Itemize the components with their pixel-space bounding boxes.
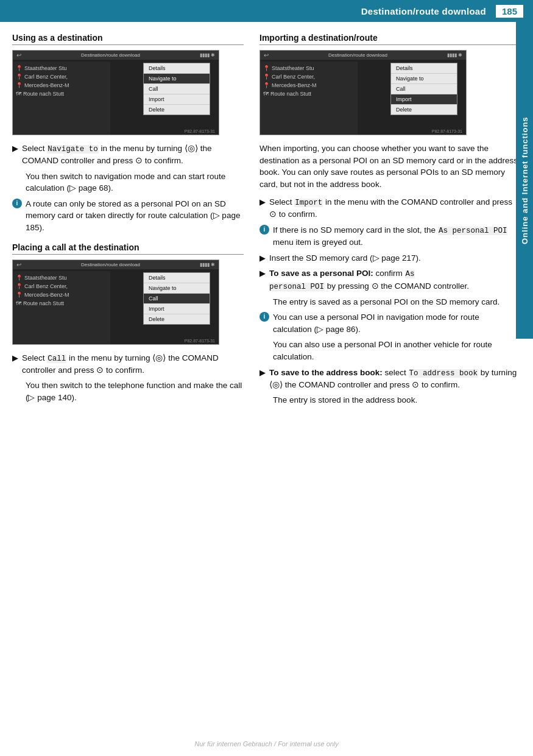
device-body-3: 📍Staatstheater Stu 📍Carl Benz Center, 📍M…: [260, 62, 466, 135]
code-import: Import: [294, 199, 323, 207]
pin-icon: 📍: [16, 292, 23, 298]
page-header: Destination/route download 185: [0, 0, 533, 22]
list-item: 🗺Route nach Stutt: [13, 299, 110, 308]
arrow-icon-6: ▶: [259, 367, 266, 391]
page-number: 185: [496, 5, 523, 18]
menu-item-delete: Delete: [144, 105, 210, 115]
device-mockup-1: ↩ Destination/route download ▮▮▮▮ ✱ 📍Sta…: [12, 50, 219, 135]
bullet-navigate-text: Select Navigate to in the menu by turnin…: [22, 143, 244, 167]
menu-item-delete-3: Delete: [391, 105, 457, 115]
device-back-arrow-1: ↩: [16, 52, 21, 58]
device-header-title-2: Destination/route download: [81, 262, 140, 267]
device-mockup-2: ↩ Destination/route download ▮▮▮▮ ✱ 📍Sta…: [12, 260, 219, 345]
route-icon: 🗺: [16, 300, 21, 306]
list-item: 📍Carl Benz Center,: [13, 72, 110, 81]
bullets-import: ▶ Select Import in the menu with the COM…: [259, 196, 518, 406]
bullet-insert-sd: ▶ Insert the SD memory card (▷ page 217)…: [259, 252, 518, 264]
indent-save-poi: The entry is saved as a personal POI on …: [259, 296, 518, 308]
menu-item-navigate-2: Navigate to: [144, 283, 210, 294]
info-use-poi: i You can use a personal POI in navigati…: [259, 311, 518, 335]
menu-item-import: Import: [144, 94, 210, 105]
bullet-call-text: Select Call in the menu by turning ⟨◎⟩ t…: [22, 352, 244, 376]
menu-item-details: Details: [144, 63, 210, 74]
device-header-1: ↩ Destination/route download ▮▮▮▮ ✱: [13, 51, 219, 60]
device-header-3: ↩ Destination/route download ▮▮▮▮ ✱: [260, 51, 466, 60]
left-column: Using as a destination ↩ Destination/rou…: [12, 33, 256, 412]
device-list-3: 📍Staatstheater Stu 📍Carl Benz Center, 📍M…: [260, 62, 358, 135]
bullet-import-select: ▶ Select Import in the menu with the COM…: [259, 196, 518, 221]
device-menu-1: Details Navigate to Call Import Delete: [143, 63, 210, 115]
bullet-save-address: ▶ To save to the address book: select To…: [259, 367, 518, 391]
pin-icon: 📍: [16, 65, 23, 71]
menu-item-navigate: Navigate to: [144, 74, 210, 84]
info-icon-2: i: [259, 225, 269, 235]
device-menu-3: Details Navigate to Call Import Delete: [390, 63, 457, 115]
device-body-2: 📍Staatstheater Stu 📍Carl Benz Center, 📍M…: [13, 271, 219, 344]
section-using-heading: Using as a destination: [12, 33, 244, 45]
list-item: 📍Staatstheater Stu: [13, 274, 110, 282]
menu-item-details-3: Details: [391, 63, 457, 74]
device-list-1: 📍Staatstheater Stu 📍Carl Benz Center, 📍M…: [13, 62, 110, 135]
device-menu-2: Details Navigate to Call Import Delete: [143, 272, 210, 325]
menu-item-call-2: Call: [144, 294, 210, 304]
page-title: Destination/route download: [10, 6, 496, 16]
device-footer-2: P82.87-8173-31: [185, 339, 215, 343]
pin-icon: 📍: [16, 275, 23, 281]
device-mockup-3: ↩ Destination/route download ▮▮▮▮ ✱ 📍Sta…: [259, 50, 467, 135]
info-icon-3: i: [259, 312, 269, 322]
device-back-arrow-3: ↩: [264, 52, 269, 58]
device-list-2: 📍Staatstheater Stu 📍Carl Benz Center, 📍M…: [13, 271, 110, 344]
arrow-icon-3: ▶: [259, 197, 266, 221]
device-footer-3: P82.87-8173-31: [432, 129, 462, 133]
bullet-import-text: Select Import in the menu with the COMAN…: [269, 196, 518, 221]
menu-item-details-2: Details: [144, 273, 210, 283]
list-item: 📍Carl Benz Center,: [13, 282, 110, 291]
bullets-section1: ▶ Select Navigate to in the menu by turn…: [12, 143, 244, 234]
sidebar-label: Online and Internet functions: [516, 22, 533, 339]
bullet-save-poi-text: To save as a personal POI: confirm Asper…: [269, 267, 518, 292]
menu-item-navigate-3: Navigate to: [391, 74, 457, 84]
list-item: 🗺Route nach Stutt: [260, 90, 358, 98]
code-to-address: To address book: [409, 369, 479, 378]
menu-item-call: Call: [144, 84, 210, 94]
device-header-title-3: Destination/route download: [328, 52, 387, 58]
indent-stored: The entry is stored in the address book.: [259, 394, 518, 406]
route-icon: 🗺: [16, 91, 21, 97]
list-item: 📍Carl Benz Center,: [260, 72, 358, 81]
arrow-icon-1: ▶: [12, 143, 18, 167]
code-as-personal: As personal POI: [438, 227, 508, 235]
device-header-icons-2: ▮▮▮▮ ✱: [200, 262, 215, 267]
indent-another-vehicle: You can also use a personal POI in anoth…: [259, 339, 518, 362]
info-icon-1: i: [12, 199, 22, 208]
device-back-arrow-2: ↩: [16, 261, 21, 268]
bullet-call: ▶ Select Call in the menu by turning ⟨◎⟩…: [12, 352, 244, 376]
pin-icon: 📍: [263, 82, 270, 88]
device-header-icons-1: ▮▮▮▮ ✱: [200, 52, 215, 58]
right-column: Importing a destination/route ↩ Destinat…: [256, 33, 518, 412]
device-footer-1: P82.87-8173-31: [185, 129, 215, 133]
info-text-1: A route can only be stored as a personal…: [26, 198, 244, 234]
pin-icon: 📍: [16, 283, 23, 289]
section-import-heading: Importing a destination/route: [259, 33, 518, 45]
list-item: 📍Staatstheater Stu: [260, 64, 358, 72]
list-item: 📍Staatstheater Stu: [13, 64, 110, 72]
device-header-2: ↩ Destination/route download ▮▮▮▮ ✱: [13, 260, 219, 269]
indent-call: You then switch to the telephone functio…: [12, 380, 244, 403]
bullet-save-poi: ▶ To save as a personal POI: confirm Asp…: [259, 267, 518, 292]
pin-icon: 📍: [16, 82, 23, 88]
device-header-title-1: Destination/route download: [81, 52, 140, 58]
bold-save-poi: To save as a personal POI:: [269, 269, 373, 278]
route-icon: 🗺: [263, 91, 269, 97]
page-footer: Nur für internen Gebrauch / For internal…: [0, 740, 533, 747]
device-body-1: 📍Staatstheater Stu 📍Carl Benz Center, 📍M…: [13, 62, 219, 135]
bold-save-address: To save to the address book:: [269, 368, 383, 377]
list-item: 📍Mercedes-Benz-M: [13, 81, 110, 90]
pin-icon: 📍: [16, 74, 23, 80]
menu-item-call-3: Call: [391, 84, 457, 94]
bullet-save-address-text: To save to the address book: select To a…: [269, 367, 518, 391]
bullet-navigate: ▶ Select Navigate to in the menu by turn…: [12, 143, 244, 167]
code-navigate: Navigate to: [47, 145, 99, 154]
info-no-sd: i If there is no SD memory card in the s…: [259, 224, 518, 249]
arrow-icon-4: ▶: [259, 253, 266, 264]
list-item: 📍Mercedes-Benz-M: [260, 81, 358, 90]
